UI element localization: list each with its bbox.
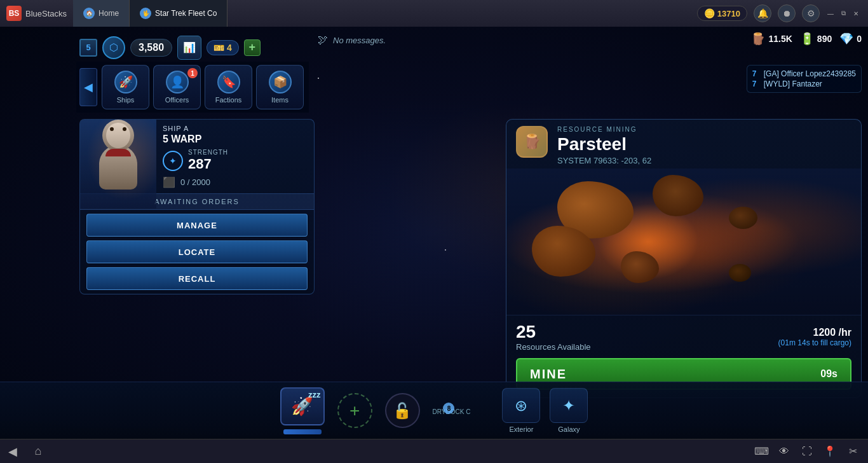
mining-timer-label: (01m 14s to fill cargo) (778, 338, 851, 347)
ship-slot-1[interactable]: 🚀 zzz (280, 387, 325, 434)
mining-rate-section: 1200 /hr (01m 14s to fill cargo) (778, 327, 851, 347)
ship-designation: SHIP A (163, 125, 189, 132)
ship-progress-bar (283, 429, 322, 434)
items-icon: 📦 (269, 71, 292, 93)
galaxy-btn[interactable]: ✦ Galaxy (550, 388, 588, 433)
bottom-bar: 🚀 zzz + 🔓 8 DRYDOCK C ⊛ Exterior ✦ Galax… (0, 382, 868, 439)
back-btn[interactable]: ◀ (0, 439, 25, 464)
officers-icon: 👤 (166, 71, 189, 93)
parsteel-resource: 🪵 11.5K (751, 32, 792, 46)
mining-system: SYSTEM 79633: -203, 62 (557, 156, 651, 165)
close-btn[interactable]: ✕ (851, 9, 860, 18)
tab-items[interactable]: 📦 Items (256, 65, 304, 109)
resources-right: 🪵 11.5K 🔋 890 💎 0 (751, 32, 862, 46)
asteroid-5 (729, 207, 757, 229)
restore-btn[interactable]: ⧉ (839, 9, 848, 18)
add-resource-btn[interactable]: + (244, 39, 261, 56)
ticket-icon: 🎫 (214, 43, 224, 53)
sleep-badge: zzz (308, 390, 321, 399)
ship-slot-icon[interactable]: 🚀 zzz (280, 387, 325, 425)
manage-button[interactable]: MANAGE (86, 214, 308, 237)
titlebar-right: 🪙 13710 🔔 ⏺ ⚙ — ⧉ ✕ (697, 4, 868, 22)
status-text: AWAITING ORDERS (154, 198, 240, 205)
trilithium-icon: 🔋 (800, 32, 814, 46)
locked-slot: 🔓 (385, 393, 420, 428)
factions-icon: 🔖 (217, 71, 240, 93)
mine-button-label: MINE (530, 367, 567, 382)
title-bar: BS BlueStacks 🏠 Home 🖖 Star Trek Fleet C… (0, 0, 868, 27)
asteroid-6 (729, 264, 751, 282)
home-btn[interactable]: ⌂ (25, 439, 51, 464)
rank-1: 7 (752, 69, 760, 78)
ticket-count: 4 (227, 43, 232, 53)
dilithium-value: 0 (857, 34, 862, 44)
trilithium-resource: 🔋 890 (800, 32, 832, 46)
parsteel-value: 11.5K (768, 34, 792, 44)
ships-label: Ships (117, 96, 135, 104)
manage-label: MANAGE (177, 221, 217, 230)
bluestacks-icon: BS (6, 6, 22, 21)
asteroid-3 (653, 175, 703, 216)
home-tab[interactable]: 🏠 Home (73, 0, 130, 27)
mining-resources-label: Resources Available (516, 342, 591, 352)
exterior-icon: ⊛ (502, 388, 540, 423)
add-slot[interactable]: + (337, 393, 372, 428)
mining-category: RESOURCE MINING (557, 126, 651, 133)
factions-label: Factions (215, 96, 242, 104)
cargo-icon: ⬛ (163, 176, 175, 188)
player-2: [WYLD] Fantazer (764, 79, 822, 88)
tab-ships[interactable]: 🚀 Ships (102, 65, 149, 109)
currency-amount: 13710 (717, 9, 740, 18)
mining-rate: 1200 /hr (778, 327, 851, 338)
mining-image (506, 169, 861, 315)
mining-header: RESOURCE MINING Parsteel SYSTEM 79633: -… (557, 126, 651, 165)
recall-label: RECALL (179, 274, 216, 284)
mining-footer: 25 Resources Available 1200 /hr (01m 14s… (506, 315, 861, 358)
nav-prev-arrow[interactable]: ◀ (79, 68, 97, 106)
tab-factions[interactable]: 🔖 Factions (205, 65, 252, 109)
player-bar: 5 ⬡ 3,580 📊 🎫 4 + (79, 30, 261, 65)
add-ship-btn[interactable]: + (337, 393, 372, 428)
nav-tabs: ◀ 🚀 Ships 👤 Officers 1 🔖 Factions 📦 Item… (76, 62, 309, 113)
game-tab-label: Star Trek Fleet Co (155, 9, 217, 18)
mining-title: Parsteel (557, 134, 651, 155)
ships-icon: 🚀 (114, 71, 137, 93)
tab-officers[interactable]: 👤 Officers 1 (153, 65, 201, 109)
ship-portrait (80, 120, 156, 209)
drydock-slot: 8 DRYDOCK C (433, 406, 471, 415)
messages-text: No messages. (333, 36, 386, 45)
exterior-label: Exterior (509, 425, 533, 433)
recall-button[interactable]: RECALL (86, 267, 308, 290)
bluestacks-logo: BS BlueStacks (0, 6, 73, 21)
galaxy-icon: ✦ (550, 388, 588, 423)
exterior-btn[interactable]: ⊛ Exterior (502, 388, 540, 433)
scissors-icon[interactable]: ✂ (843, 441, 863, 462)
locate-button[interactable]: LOCATE (86, 240, 308, 263)
minimize-btn[interactable]: — (826, 9, 835, 18)
ship-info: SHIP A 5 WARP ✦ STRENGTH 287 ⬛ 0 / 2000 (156, 120, 234, 193)
dilithium-resource: 💎 0 (839, 32, 862, 46)
alliance-resource: 3,580 (130, 39, 172, 57)
trilithium-value: 890 (817, 34, 832, 44)
officers-badge: 1 (187, 68, 198, 78)
eye-icon[interactable]: 👁 (774, 441, 794, 462)
location-icon[interactable]: 📍 (820, 441, 840, 462)
bottom-right-buttons: ⊛ Exterior ✦ Galaxy (502, 388, 588, 433)
settings-btn[interactable]: ⚙ (802, 4, 820, 22)
ship-panel: SHIP A 5 WARP ✦ STRENGTH 287 ⬛ 0 / 2000 (79, 119, 315, 294)
lock-slot[interactable]: 🔓 (385, 393, 420, 428)
strength-icon: ✦ (163, 151, 183, 171)
currency-icon: 🪙 (704, 8, 715, 18)
game-tab[interactable]: 🖖 Star Trek Fleet Co (130, 0, 227, 27)
star (318, 78, 319, 79)
chart-button[interactable]: 📊 (177, 36, 201, 60)
parsteel-resource-icon: 🪵 (516, 126, 548, 158)
keyboard-icon[interactable]: ⌨ (751, 441, 771, 462)
record-btn[interactable]: ⏺ (778, 4, 796, 22)
currency-display: 🪙 13710 (697, 6, 747, 21)
window-controls: — ⧉ ✕ (826, 9, 860, 18)
ship-warp: 5 WARP (163, 134, 201, 145)
expand-icon[interactable]: ⛶ (797, 441, 817, 462)
notification-btn[interactable]: 🔔 (754, 4, 771, 22)
level-badge: 5 (79, 39, 97, 57)
